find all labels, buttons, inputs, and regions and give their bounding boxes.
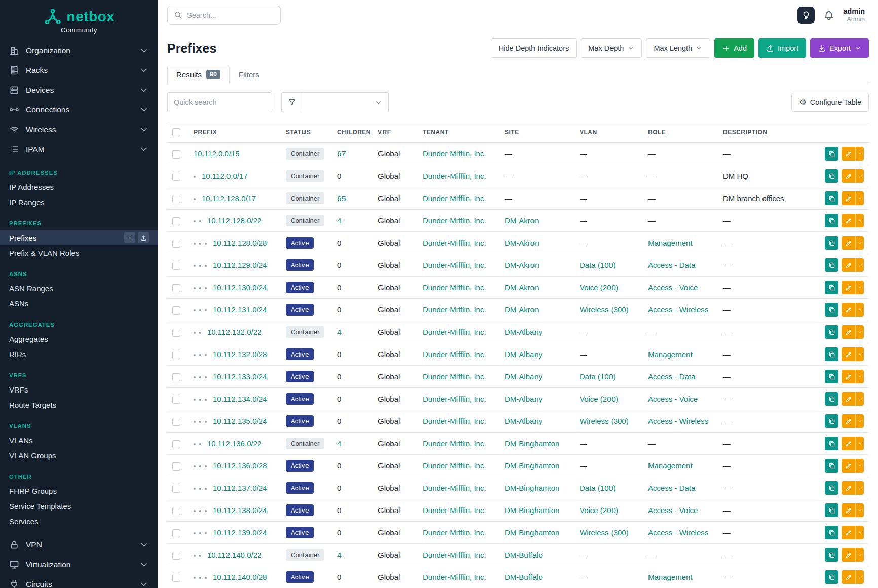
tenant-link[interactable]: Dunder-Mifflin, Inc. [423,417,486,425]
prefix-link[interactable]: 10.112.133.0/24 [213,372,267,381]
row-checkbox[interactable] [172,418,180,426]
row-checkbox[interactable] [172,306,180,315]
quick-search-input[interactable] [167,92,272,112]
configure-table-button[interactable]: ⚙ Configure Table [791,93,869,112]
copy-button[interactable] [825,258,838,272]
prefix-link[interactable]: 10.112.138.0/24 [213,506,267,515]
site-link[interactable]: DM-Binghamton [505,506,559,515]
sidebar-item-ip-ranges[interactable]: IP Ranges [0,194,158,210]
user-menu[interactable]: admin Admin [843,7,865,24]
site-link[interactable]: DM-Binghamton [505,439,559,448]
tenant-link[interactable]: Dunder-Mifflin, Inc. [423,372,486,381]
edit-dropdown-button[interactable] [855,303,864,317]
edit-button[interactable] [842,281,855,294]
prefix-link[interactable]: 10.112.128.0/17 [202,194,256,203]
edit-button[interactable] [842,325,855,339]
prefix-link[interactable]: 10.112.130.0/24 [213,283,267,292]
tenant-link[interactable]: Dunder-Mifflin, Inc. [423,573,486,581]
copy-button[interactable] [825,281,838,294]
edit-dropdown-button[interactable] [855,347,864,361]
vlan-link[interactable]: Wireless (300) [580,417,629,425]
site-link[interactable]: DM-Albany [505,417,542,425]
sidebar-item-organization[interactable]: Organization [0,41,158,60]
column-header-tenant[interactable]: TENANT [417,122,500,143]
sidebar-item-prefix-vlan-roles[interactable]: Prefix & VLAN Roles [0,245,158,260]
prefix-link[interactable]: 10.112.131.0/24 [213,305,267,314]
copy-button[interactable] [825,191,838,205]
edit-dropdown-button[interactable] [855,325,864,339]
edit-dropdown-button[interactable] [855,214,864,227]
prefix-link[interactable]: 10.112.137.0/24 [213,484,267,492]
sidebar-item-ip-addresses[interactable]: IP Addresses [0,179,158,194]
copy-button[interactable] [825,347,838,361]
edit-dropdown-button[interactable] [855,414,864,428]
tenant-link[interactable]: Dunder-Mifflin, Inc. [423,216,486,225]
edit-dropdown-button[interactable] [855,236,864,250]
tenant-link[interactable]: Dunder-Mifflin, Inc. [423,461,486,470]
role-link[interactable]: Access - Voice [648,506,698,515]
prefix-link[interactable]: 10.112.0.0/17 [202,172,248,180]
copy-button[interactable] [825,526,838,539]
copy-button[interactable] [825,236,838,250]
tenant-link[interactable]: Dunder-Mifflin, Inc. [423,551,486,559]
sidebar-item-fhrp-groups[interactable]: FHRP Groups [0,483,158,498]
vlan-link[interactable]: Wireless (300) [580,305,629,314]
edit-dropdown-button[interactable] [855,147,864,161]
column-header-prefix[interactable]: PREFIX [188,122,281,143]
copy-button[interactable] [825,570,838,584]
site-link[interactable]: DM-Albany [505,350,542,359]
copy-button[interactable] [825,325,838,339]
tenant-link[interactable]: Dunder-Mifflin, Inc. [423,484,486,492]
brand-logo[interactable]: netbox [0,0,158,26]
tenant-link[interactable]: Dunder-Mifflin, Inc. [423,528,486,537]
edit-dropdown-button[interactable] [855,481,864,495]
max-depth-dropdown[interactable]: Max Depth [581,38,642,58]
edit-button[interactable] [842,392,855,406]
edit-dropdown-button[interactable] [855,503,864,517]
row-checkbox[interactable] [172,552,180,560]
site-link[interactable]: DM-Binghamton [505,484,559,492]
row-checkbox[interactable] [172,284,180,292]
select-all-checkbox[interactable] [172,128,180,136]
role-link[interactable]: Access - Voice [648,283,698,292]
children-count-link[interactable]: 67 [337,149,346,158]
prefix-link[interactable]: 10.112.134.0/24 [213,395,267,403]
edit-button[interactable] [842,548,855,562]
role-link[interactable]: Management [648,239,693,247]
site-link[interactable]: DM-Akron [505,261,539,269]
site-link[interactable]: DM-Akron [505,216,539,225]
tenant-link[interactable]: Dunder-Mifflin, Inc. [423,172,486,180]
theme-toggle-button[interactable] [797,7,815,24]
quick-import-button[interactable] [138,232,149,243]
tenant-link[interactable]: Dunder-Mifflin, Inc. [423,149,486,158]
column-header-vlan[interactable]: VLAN [575,122,643,143]
sidebar-item-racks[interactable]: Racks [0,60,158,80]
site-link[interactable]: DM-Akron [505,239,539,247]
copy-button[interactable] [825,169,838,183]
prefix-link[interactable]: 10.112.128.0/22 [207,216,261,225]
edit-button[interactable] [842,169,855,183]
row-checkbox[interactable] [172,396,180,404]
sidebar-item-asns[interactable]: ASNs [0,296,158,311]
tenant-link[interactable]: Dunder-Mifflin, Inc. [423,506,486,515]
role-link[interactable]: Access - Wireless [648,417,708,425]
sidebar-item-wireless[interactable]: Wireless [0,120,158,139]
vlan-link[interactable]: Wireless (300) [580,528,629,537]
tenant-link[interactable]: Dunder-Mifflin, Inc. [423,261,486,269]
row-checkbox[interactable] [172,329,180,337]
site-link[interactable]: DM-Buffalo [505,551,543,559]
role-link[interactable]: Access - Data [648,372,695,381]
edit-button[interactable] [842,147,855,161]
copy-button[interactable] [825,147,838,161]
role-link[interactable]: Access - Data [648,261,695,269]
row-checkbox[interactable] [172,150,180,159]
filter-button[interactable] [281,92,302,112]
tenant-link[interactable]: Dunder-Mifflin, Inc. [423,350,486,359]
edit-dropdown-button[interactable] [855,258,864,272]
row-checkbox[interactable] [172,440,180,448]
copy-button[interactable] [825,481,838,495]
column-header-role[interactable]: ROLE [643,122,718,143]
edit-button[interactable] [842,481,855,495]
sidebar-item-asn-ranges[interactable]: ASN Ranges [0,281,158,296]
site-link[interactable]: DM-Binghamton [505,461,559,470]
